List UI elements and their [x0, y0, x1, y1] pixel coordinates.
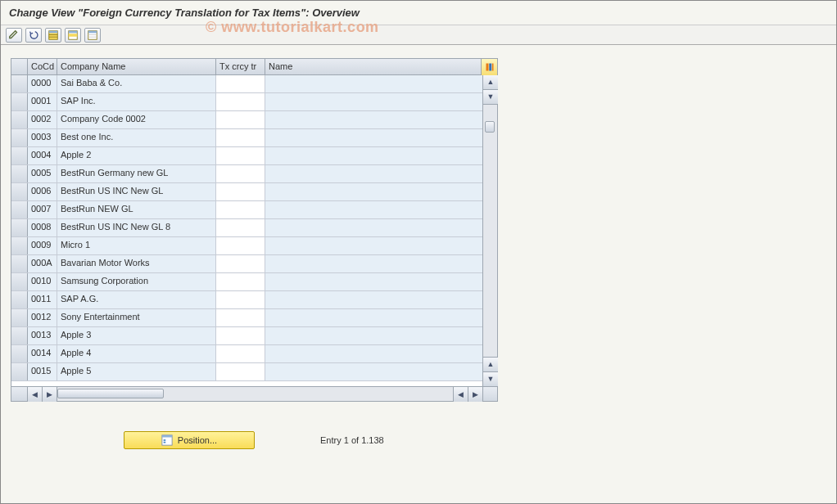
- cell-name[interactable]: [265, 237, 482, 254]
- scroll-up-step-button[interactable]: ▲: [483, 357, 498, 371]
- cell-company-name[interactable]: Apple 2: [57, 147, 216, 164]
- row-selector[interactable]: [11, 309, 28, 326]
- cell-name[interactable]: [265, 309, 482, 326]
- deselect-all-button[interactable]: [84, 28, 101, 43]
- cell-company-name[interactable]: Company Code 0002: [57, 111, 216, 128]
- cell-company-name[interactable]: Best one Inc.: [57, 129, 216, 146]
- cell-name[interactable]: [265, 147, 482, 164]
- row-selector[interactable]: [11, 147, 28, 164]
- cell-cocd[interactable]: 0000: [28, 75, 57, 92]
- cell-cocd[interactable]: 0012: [28, 309, 57, 326]
- cell-tx-crcy-tr[interactable]: [216, 363, 265, 380]
- row-selector[interactable]: [11, 129, 28, 146]
- col-header-tx-crcy-tr[interactable]: Tx crcy tr: [216, 59, 265, 74]
- cell-name[interactable]: [265, 201, 482, 218]
- cell-tx-crcy-tr[interactable]: [216, 129, 265, 146]
- cell-company-name[interactable]: Apple 5: [57, 363, 216, 380]
- cell-cocd[interactable]: 0002: [28, 111, 57, 128]
- cell-name[interactable]: [265, 327, 482, 344]
- scroll-down-step-button[interactable]: ▼: [483, 90, 498, 105]
- scroll-left-button[interactable]: ◀: [28, 387, 43, 402]
- cell-tx-crcy-tr[interactable]: [216, 273, 265, 290]
- cell-tx-crcy-tr[interactable]: [216, 165, 265, 182]
- cell-company-name[interactable]: SAP Inc.: [57, 93, 216, 110]
- scroll-track[interactable]: [483, 105, 497, 357]
- row-selector-header[interactable]: [11, 59, 28, 74]
- cell-tx-crcy-tr[interactable]: [216, 345, 265, 362]
- cell-company-name[interactable]: BestRun Germany new GL: [57, 165, 216, 182]
- row-selector[interactable]: [11, 345, 28, 362]
- cell-cocd[interactable]: 0001: [28, 93, 57, 110]
- hscroll-track[interactable]: [57, 387, 453, 401]
- row-selector[interactable]: [11, 363, 28, 380]
- scroll-thumb[interactable]: [485, 121, 495, 133]
- cell-company-name[interactable]: Apple 4: [57, 345, 216, 362]
- col-header-company-name[interactable]: Company Name: [57, 59, 216, 74]
- cell-tx-crcy-tr[interactable]: [216, 327, 265, 344]
- row-selector[interactable]: [11, 111, 28, 128]
- cell-name[interactable]: [265, 111, 482, 128]
- cell-company-name[interactable]: SAP A.G.: [57, 291, 216, 308]
- cell-cocd[interactable]: 0004: [28, 147, 57, 164]
- row-selector[interactable]: [11, 219, 28, 236]
- row-selector[interactable]: [11, 237, 28, 254]
- row-selector[interactable]: [11, 93, 28, 110]
- cell-name[interactable]: [265, 183, 482, 200]
- row-selector[interactable]: [11, 75, 28, 92]
- cell-company-name[interactable]: Sony Entertainment: [57, 309, 216, 326]
- cell-cocd[interactable]: 0011: [28, 291, 57, 308]
- display-change-button[interactable]: [6, 28, 22, 43]
- cell-tx-crcy-tr[interactable]: [216, 75, 265, 92]
- cell-cocd[interactable]: 0013: [28, 327, 57, 344]
- cell-company-name[interactable]: Bavarian Motor Works: [57, 255, 216, 272]
- cell-tx-crcy-tr[interactable]: [216, 219, 265, 236]
- cell-name[interactable]: [265, 255, 482, 272]
- cell-company-name[interactable]: Samsung Corporation: [57, 273, 216, 290]
- scroll-right-button[interactable]: ▶: [468, 387, 482, 402]
- row-selector[interactable]: [11, 273, 28, 290]
- cell-company-name[interactable]: Sai Baba & Co.: [57, 75, 216, 92]
- scroll-up-button[interactable]: ▲: [483, 75, 498, 90]
- cell-name[interactable]: [265, 75, 482, 92]
- row-selector[interactable]: [11, 327, 28, 344]
- cell-cocd[interactable]: 0010: [28, 273, 57, 290]
- cell-cocd[interactable]: 0014: [28, 345, 57, 362]
- cell-tx-crcy-tr[interactable]: [216, 201, 265, 218]
- cell-name[interactable]: [265, 363, 482, 380]
- cell-cocd[interactable]: 000A: [28, 255, 57, 272]
- cell-name[interactable]: [265, 273, 482, 290]
- vertical-scrollbar[interactable]: ▲ ▼ ▲ ▼: [482, 75, 497, 386]
- row-selector[interactable]: [11, 291, 28, 308]
- cell-cocd[interactable]: 0008: [28, 219, 57, 236]
- cell-tx-crcy-tr[interactable]: [216, 93, 265, 110]
- row-selector[interactable]: [11, 201, 28, 218]
- cell-tx-crcy-tr[interactable]: [216, 255, 265, 272]
- cell-cocd[interactable]: 0009: [28, 237, 57, 254]
- cell-cocd[interactable]: 0005: [28, 165, 57, 182]
- scroll-right-step-button[interactable]: ▶: [43, 387, 57, 402]
- cell-company-name[interactable]: Micro 1: [57, 237, 216, 254]
- col-header-name[interactable]: Name: [265, 59, 481, 74]
- hscroll-thumb[interactable]: [57, 389, 164, 398]
- cell-company-name[interactable]: BestRun US INC New GL 8: [57, 219, 216, 236]
- undo-button[interactable]: [25, 28, 42, 43]
- cell-cocd[interactable]: 0006: [28, 183, 57, 200]
- cell-name[interactable]: [265, 345, 482, 362]
- col-header-cocd[interactable]: CoCd: [28, 59, 57, 74]
- cell-tx-crcy-tr[interactable]: [216, 291, 265, 308]
- select-block-button[interactable]: [65, 28, 81, 43]
- row-selector[interactable]: [11, 183, 28, 200]
- cell-tx-crcy-tr[interactable]: [216, 147, 265, 164]
- cell-company-name[interactable]: BestRun US INC New GL: [57, 183, 216, 200]
- cell-name[interactable]: [265, 291, 482, 308]
- cell-name[interactable]: [265, 219, 482, 236]
- position-button[interactable]: Position...: [124, 431, 255, 449]
- row-selector[interactable]: [11, 165, 28, 182]
- cell-tx-crcy-tr[interactable]: [216, 111, 265, 128]
- scroll-down-button[interactable]: ▼: [483, 371, 498, 386]
- cell-tx-crcy-tr[interactable]: [216, 237, 265, 254]
- table-settings-button[interactable]: [481, 59, 497, 75]
- cell-cocd[interactable]: 0007: [28, 201, 57, 218]
- cell-name[interactable]: [265, 93, 482, 110]
- row-selector[interactable]: [11, 255, 28, 272]
